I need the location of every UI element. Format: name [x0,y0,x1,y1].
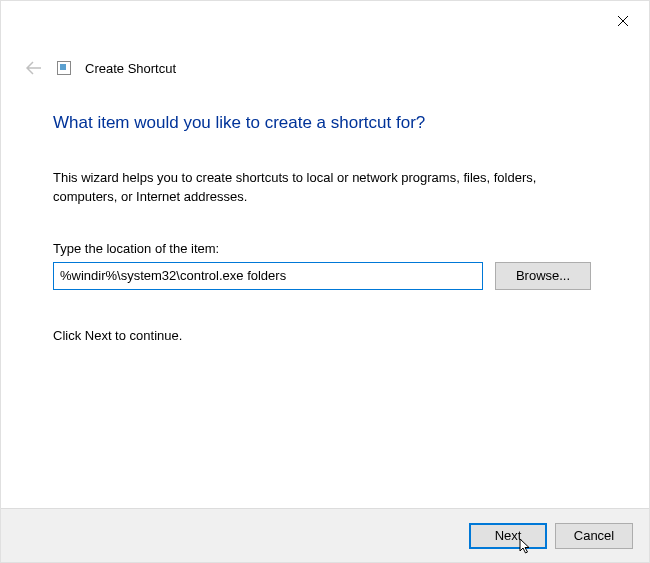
header: Create Shortcut [25,59,176,77]
content-area: What item would you like to create a sho… [53,113,609,343]
close-button[interactable] [613,11,633,31]
create-shortcut-dialog: Create Shortcut What item would you like… [0,0,650,563]
cancel-button[interactable]: Cancel [555,523,633,549]
shortcut-icon [57,61,71,75]
arrow-left-icon [26,61,42,75]
back-button[interactable] [25,59,43,77]
main-heading: What item would you like to create a sho… [53,113,609,133]
location-input[interactable] [53,262,483,290]
close-icon [617,15,629,27]
dialog-title: Create Shortcut [85,61,176,76]
continue-hint: Click Next to continue. [53,328,609,343]
location-row: Browse... [53,262,609,290]
next-button[interactable]: Next [469,523,547,549]
location-label: Type the location of the item: [53,241,609,256]
footer: Next Cancel [1,508,649,562]
description-text: This wizard helps you to create shortcut… [53,169,573,207]
browse-button[interactable]: Browse... [495,262,591,290]
